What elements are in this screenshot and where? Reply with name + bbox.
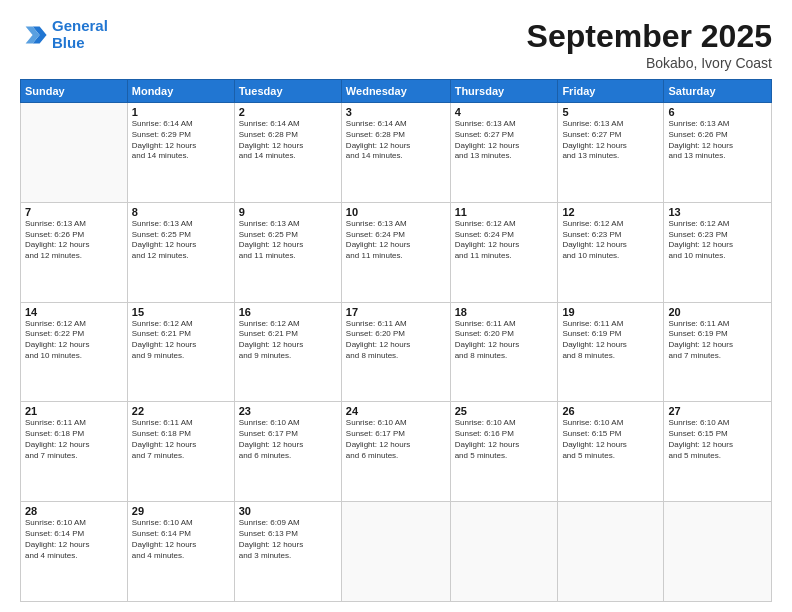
calendar-header-sunday: Sunday <box>21 80 128 103</box>
calendar-cell: 4Sunrise: 6:13 AM Sunset: 6:27 PM Daylig… <box>450 103 558 203</box>
calendar-cell: 24Sunrise: 6:10 AM Sunset: 6:17 PM Dayli… <box>341 402 450 502</box>
day-number: 6 <box>668 106 767 118</box>
calendar-header-saturday: Saturday <box>664 80 772 103</box>
day-number: 21 <box>25 405 123 417</box>
day-info: Sunrise: 6:14 AM Sunset: 6:29 PM Dayligh… <box>132 119 230 162</box>
day-number: 27 <box>668 405 767 417</box>
day-number: 14 <box>25 306 123 318</box>
day-info: Sunrise: 6:12 AM Sunset: 6:21 PM Dayligh… <box>132 319 230 362</box>
calendar-cell: 23Sunrise: 6:10 AM Sunset: 6:17 PM Dayli… <box>234 402 341 502</box>
logo-line2: Blue <box>52 34 85 51</box>
day-number: 5 <box>562 106 659 118</box>
calendar-cell: 3Sunrise: 6:14 AM Sunset: 6:28 PM Daylig… <box>341 103 450 203</box>
calendar-cell: 12Sunrise: 6:12 AM Sunset: 6:23 PM Dayli… <box>558 202 664 302</box>
title-block: September 2025 Bokabo, Ivory Coast <box>527 18 772 71</box>
day-info: Sunrise: 6:12 AM Sunset: 6:23 PM Dayligh… <box>562 219 659 262</box>
calendar-cell <box>664 502 772 602</box>
calendar-cell: 16Sunrise: 6:12 AM Sunset: 6:21 PM Dayli… <box>234 302 341 402</box>
subtitle: Bokabo, Ivory Coast <box>527 55 772 71</box>
calendar-week-1: 1Sunrise: 6:14 AM Sunset: 6:29 PM Daylig… <box>21 103 772 203</box>
day-number: 11 <box>455 206 554 218</box>
day-info: Sunrise: 6:10 AM Sunset: 6:17 PM Dayligh… <box>239 418 337 461</box>
day-info: Sunrise: 6:10 AM Sunset: 6:16 PM Dayligh… <box>455 418 554 461</box>
logo: General Blue <box>20 18 108 51</box>
day-number: 3 <box>346 106 446 118</box>
day-info: Sunrise: 6:09 AM Sunset: 6:13 PM Dayligh… <box>239 518 337 561</box>
calendar-cell: 9Sunrise: 6:13 AM Sunset: 6:25 PM Daylig… <box>234 202 341 302</box>
calendar-cell: 14Sunrise: 6:12 AM Sunset: 6:22 PM Dayli… <box>21 302 128 402</box>
calendar-week-2: 7Sunrise: 6:13 AM Sunset: 6:26 PM Daylig… <box>21 202 772 302</box>
calendar-header-tuesday: Tuesday <box>234 80 341 103</box>
calendar-week-4: 21Sunrise: 6:11 AM Sunset: 6:18 PM Dayli… <box>21 402 772 502</box>
day-info: Sunrise: 6:10 AM Sunset: 6:14 PM Dayligh… <box>25 518 123 561</box>
day-info: Sunrise: 6:11 AM Sunset: 6:20 PM Dayligh… <box>455 319 554 362</box>
calendar-week-3: 14Sunrise: 6:12 AM Sunset: 6:22 PM Dayli… <box>21 302 772 402</box>
day-info: Sunrise: 6:13 AM Sunset: 6:25 PM Dayligh… <box>239 219 337 262</box>
day-number: 7 <box>25 206 123 218</box>
day-info: Sunrise: 6:12 AM Sunset: 6:21 PM Dayligh… <box>239 319 337 362</box>
main-title: September 2025 <box>527 18 772 55</box>
calendar-cell: 19Sunrise: 6:11 AM Sunset: 6:19 PM Dayli… <box>558 302 664 402</box>
calendar-cell: 22Sunrise: 6:11 AM Sunset: 6:18 PM Dayli… <box>127 402 234 502</box>
calendar-header-thursday: Thursday <box>450 80 558 103</box>
calendar-cell: 1Sunrise: 6:14 AM Sunset: 6:29 PM Daylig… <box>127 103 234 203</box>
day-number: 10 <box>346 206 446 218</box>
day-info: Sunrise: 6:11 AM Sunset: 6:18 PM Dayligh… <box>132 418 230 461</box>
calendar-cell: 29Sunrise: 6:10 AM Sunset: 6:14 PM Dayli… <box>127 502 234 602</box>
logo-icon <box>20 21 48 49</box>
calendar-header-row: SundayMondayTuesdayWednesdayThursdayFrid… <box>21 80 772 103</box>
day-info: Sunrise: 6:10 AM Sunset: 6:15 PM Dayligh… <box>668 418 767 461</box>
calendar-cell <box>21 103 128 203</box>
calendar-cell: 5Sunrise: 6:13 AM Sunset: 6:27 PM Daylig… <box>558 103 664 203</box>
calendar-cell: 28Sunrise: 6:10 AM Sunset: 6:14 PM Dayli… <box>21 502 128 602</box>
calendar-cell: 7Sunrise: 6:13 AM Sunset: 6:26 PM Daylig… <box>21 202 128 302</box>
calendar-cell: 2Sunrise: 6:14 AM Sunset: 6:28 PM Daylig… <box>234 103 341 203</box>
day-number: 16 <box>239 306 337 318</box>
calendar-header-monday: Monday <box>127 80 234 103</box>
calendar-cell: 26Sunrise: 6:10 AM Sunset: 6:15 PM Dayli… <box>558 402 664 502</box>
header: General Blue September 2025 Bokabo, Ivor… <box>20 18 772 71</box>
day-number: 4 <box>455 106 554 118</box>
calendar-cell: 6Sunrise: 6:13 AM Sunset: 6:26 PM Daylig… <box>664 103 772 203</box>
calendar-cell: 20Sunrise: 6:11 AM Sunset: 6:19 PM Dayli… <box>664 302 772 402</box>
day-number: 2 <box>239 106 337 118</box>
logo-line1: General <box>52 17 108 34</box>
day-number: 30 <box>239 505 337 517</box>
calendar-header-friday: Friday <box>558 80 664 103</box>
calendar-cell <box>558 502 664 602</box>
calendar-week-5: 28Sunrise: 6:10 AM Sunset: 6:14 PM Dayli… <box>21 502 772 602</box>
day-info: Sunrise: 6:13 AM Sunset: 6:25 PM Dayligh… <box>132 219 230 262</box>
day-info: Sunrise: 6:10 AM Sunset: 6:17 PM Dayligh… <box>346 418 446 461</box>
calendar-cell: 30Sunrise: 6:09 AM Sunset: 6:13 PM Dayli… <box>234 502 341 602</box>
calendar-cell: 15Sunrise: 6:12 AM Sunset: 6:21 PM Dayli… <box>127 302 234 402</box>
calendar-cell: 27Sunrise: 6:10 AM Sunset: 6:15 PM Dayli… <box>664 402 772 502</box>
day-info: Sunrise: 6:11 AM Sunset: 6:19 PM Dayligh… <box>668 319 767 362</box>
day-info: Sunrise: 6:13 AM Sunset: 6:27 PM Dayligh… <box>562 119 659 162</box>
calendar-cell: 18Sunrise: 6:11 AM Sunset: 6:20 PM Dayli… <box>450 302 558 402</box>
day-number: 12 <box>562 206 659 218</box>
day-number: 26 <box>562 405 659 417</box>
day-info: Sunrise: 6:13 AM Sunset: 6:27 PM Dayligh… <box>455 119 554 162</box>
day-info: Sunrise: 6:11 AM Sunset: 6:19 PM Dayligh… <box>562 319 659 362</box>
day-number: 25 <box>455 405 554 417</box>
calendar-cell: 13Sunrise: 6:12 AM Sunset: 6:23 PM Dayli… <box>664 202 772 302</box>
day-info: Sunrise: 6:10 AM Sunset: 6:15 PM Dayligh… <box>562 418 659 461</box>
calendar-cell: 21Sunrise: 6:11 AM Sunset: 6:18 PM Dayli… <box>21 402 128 502</box>
calendar: SundayMondayTuesdayWednesdayThursdayFrid… <box>20 79 772 602</box>
day-number: 19 <box>562 306 659 318</box>
day-number: 8 <box>132 206 230 218</box>
day-info: Sunrise: 6:12 AM Sunset: 6:22 PM Dayligh… <box>25 319 123 362</box>
day-info: Sunrise: 6:14 AM Sunset: 6:28 PM Dayligh… <box>239 119 337 162</box>
day-info: Sunrise: 6:13 AM Sunset: 6:24 PM Dayligh… <box>346 219 446 262</box>
calendar-cell <box>450 502 558 602</box>
calendar-cell: 17Sunrise: 6:11 AM Sunset: 6:20 PM Dayli… <box>341 302 450 402</box>
day-info: Sunrise: 6:13 AM Sunset: 6:26 PM Dayligh… <box>668 119 767 162</box>
calendar-cell: 8Sunrise: 6:13 AM Sunset: 6:25 PM Daylig… <box>127 202 234 302</box>
day-info: Sunrise: 6:13 AM Sunset: 6:26 PM Dayligh… <box>25 219 123 262</box>
day-info: Sunrise: 6:12 AM Sunset: 6:24 PM Dayligh… <box>455 219 554 262</box>
day-number: 29 <box>132 505 230 517</box>
calendar-cell <box>341 502 450 602</box>
day-number: 28 <box>25 505 123 517</box>
day-number: 15 <box>132 306 230 318</box>
day-number: 9 <box>239 206 337 218</box>
